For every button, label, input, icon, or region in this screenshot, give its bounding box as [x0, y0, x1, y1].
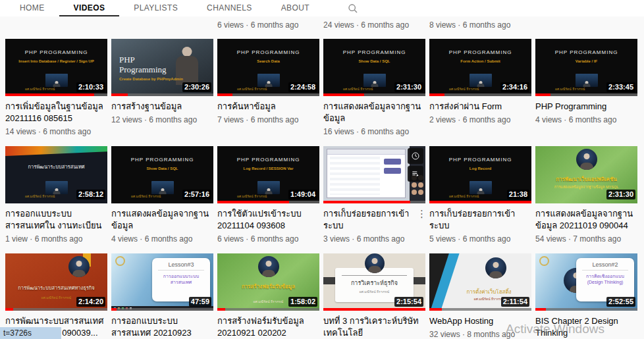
progress-fill: [111, 308, 117, 311]
video-card[interactable]: PHP PROGRAMMINGSearch Dataผศ.มณีรัตน์ ธี…: [217, 39, 319, 137]
thumbnail-subtitle: Log Record / SESSION Var: [217, 167, 319, 170]
tab-videos-label: VIDEOS: [74, 3, 105, 13]
duration-badge: 2:15:54: [394, 297, 423, 307]
presenter-video-frame: [363, 74, 386, 87]
video-title[interactable]: การออกแบบระบบสารสนเทศใน งานทะเบียน: [5, 208, 107, 232]
video-thumbnail[interactable]: การตั้งค่าเว็บโฮสติ้งผศ.มณีรัตน์ ธีราภรณ…: [429, 253, 531, 311]
video-card[interactable]: PHP PROGRAMMINGVariable / IFผศ.มณีรัตน์ …: [535, 39, 637, 137]
video-card[interactable]: การเก็บร่อยรอยการเข้าระบบ⋮3 views · 6 mo…: [323, 146, 425, 244]
video-title[interactable]: การค้นหาข้อมูล: [217, 101, 319, 113]
search-icon[interactable]: [348, 0, 358, 16]
video-title[interactable]: การออกแบบระบบสารสนเทศ 20210923: [111, 315, 213, 339]
video-thumbnail[interactable]: PHP ProgrammingCreate Database by PHPmyA…: [111, 39, 213, 96]
video-card[interactable]: PHP PROGRAMMINGShow Data / SQLผศ.มณีรัตน…: [323, 39, 425, 137]
video-thumbnail[interactable]: PHP PROGRAMMINGInsert Into Database / Re…: [5, 39, 107, 96]
tab-videos[interactable]: VIDEOS: [59, 0, 120, 16]
presenter-avatar: [68, 256, 90, 277]
video-title[interactable]: การเก็บร่อยรอยการเข้าระบบ: [323, 208, 417, 232]
video-card[interactable]: Lesson#2การคิดเชิงออกแบบ (Design Thinkin…: [535, 253, 637, 339]
video-title[interactable]: BIS Chapter 2 Design Thinking: [535, 315, 637, 339]
thumbnail-heading: PHP PROGRAMMING: [323, 49, 425, 55]
progress-fill: [535, 93, 550, 96]
video-title[interactable]: การสร้างฐานข้อมูล: [111, 101, 213, 113]
partial-previous-row: 6 views · 6 months ago 24 views · 6 mont…: [0, 16, 644, 39]
video-title[interactable]: การเก็บร่อยรอยการเข้าระบบ: [429, 208, 531, 232]
video-card[interactable]: การวิเคราะห์ธุรกิจผศ.มณีรัตน์ ธีราภรณ์2:…: [323, 253, 425, 339]
video-card[interactable]: PHP PROGRAMMINGShow Data / SQLผศ.มณีรัตน…: [111, 146, 213, 244]
video-info: บทที่ 3 การวิเคราะห์บริษัท เทคโนโลยี: [323, 315, 425, 339]
video-card[interactable]: การพัฒนาระบบสารสนเทศทางธุรกิจผศ.มณีรัตน์…: [5, 253, 107, 339]
video-thumbnail[interactable]: การสร้างฟอร์มรับข้อมูลผศ.มณีรัตน์ ธีราภร…: [217, 253, 319, 311]
progress-fill: [217, 308, 225, 311]
video-thumbnail[interactable]: PHP PROGRAMMINGShow Data / SQLผศ.มณีรัตน…: [323, 39, 425, 96]
tab-playlists[interactable]: PLAYLISTS: [119, 0, 192, 16]
thumbnail-heading: PHP PROGRAMMING: [217, 157, 319, 163]
duration-badge: 2:52:55: [606, 297, 635, 307]
presenter-video-frame: [470, 74, 492, 87]
presenter-caption: ผศ.มณีรัตน์ ธีราภรณ์: [335, 289, 414, 294]
video-title[interactable]: การเพิ่มข้อมูลในฐานข้อมูล 20211116 08561…: [5, 101, 107, 124]
video-thumbnail[interactable]: การพัฒนาเว็บแอปพลิเคชันการแสดงผลข้อมูลจา…: [535, 146, 637, 203]
video-title[interactable]: PHP Programming: [535, 101, 637, 113]
progress-bar: [111, 308, 213, 311]
video-card[interactable]: Lesson#3การออกแบบระบบ สารสนเทศ47:59การออ…: [111, 253, 213, 339]
presenter-caption: ผศ.มณีรัตน์ ธีราภรณ์: [237, 86, 267, 91]
video-thumbnail[interactable]: Lesson#3การออกแบบระบบ สารสนเทศ47:59: [111, 253, 213, 311]
video-title[interactable]: บทที่ 3 การวิเคราะห์บริษัท เทคโนโลยี: [323, 315, 425, 339]
tab-home[interactable]: HOME: [5, 0, 59, 16]
video-card[interactable]: PHP ProgrammingCreate Database by PHPmyA…: [111, 39, 213, 137]
progress-bar: [111, 93, 213, 96]
video-thumbnail[interactable]: การพัฒนาระบบสารสนเทศผศ.มณีรัตน์ ธีราภรณ์…: [5, 146, 107, 203]
app-window: [327, 149, 406, 198]
video-card[interactable]: PHP PROGRAMMINGLog Record / SESSION Varผ…: [217, 146, 319, 244]
video-meta: 6 views · 6 months ago: [217, 234, 319, 244]
video-thumbnail[interactable]: [323, 146, 425, 203]
video-title[interactable]: การแสดงผลข้อมูลจากฐานข้อมูล: [111, 208, 213, 232]
video-title[interactable]: การใช้ตัวแปรเข้าระบบ 20211104 093608 Mee…: [217, 208, 319, 232]
video-title[interactable]: การสร้างฟอร์มรับข้อมูล 20210921 020202: [217, 315, 319, 339]
tab-about[interactable]: ABOUT: [267, 0, 324, 16]
tab-about-label: ABOUT: [281, 3, 309, 13]
lesson-card-text: การคิดเชิงออกแบบ (Design Thinking): [576, 273, 634, 285]
thumbnail-subtitle: Insert Into Database / Register / Sign U…: [5, 59, 107, 63]
watch-later-button[interactable]: [408, 148, 423, 164]
duration-badge: 21:38: [507, 190, 529, 199]
video-thumbnail[interactable]: PHP PROGRAMMINGSearch Dataผศ.มณีรัตน์ ธี…: [217, 39, 319, 96]
video-card[interactable]: การพัฒนาระบบสารสนเทศผศ.มณีรัตน์ ธีราภรณ์…: [5, 146, 107, 244]
video-thumbnail[interactable]: PHP PROGRAMMINGLog Record / SESSION Varผ…: [217, 146, 319, 203]
add-to-queue-button[interactable]: [408, 166, 423, 182]
video-thumbnail[interactable]: การพัฒนาระบบสารสนเทศทางธุรกิจผศ.มณีรัตน์…: [5, 253, 107, 311]
video-card[interactable]: PHP PROGRAMMINGInsert Into Database / Re…: [5, 39, 107, 137]
tab-playlists-label: PLAYLISTS: [134, 3, 178, 13]
thumbnail-heading: การพัฒนาระบบสารสนเทศ: [5, 163, 107, 170]
video-info: การแสดงผลข้อมูลจากฐานข้อมูล: [323, 101, 425, 124]
video-title[interactable]: การแสดงผลข้อมูลจากฐานข้อมูล 20211019 090…: [535, 208, 637, 232]
video-card[interactable]: การพัฒนาเว็บแอปพลิเคชันการแสดงผลข้อมูลจา…: [535, 146, 637, 244]
video-card[interactable]: PHP PROGRAMMINGForm Action / Submitผศ.มณ…: [429, 39, 531, 137]
video-thumbnail[interactable]: Lesson#2การคิดเชิงออกแบบ (Design Thinkin…: [535, 253, 637, 311]
video-thumbnail[interactable]: PHP PROGRAMMINGLog Recordผศ.มณีรัตน์ ธีร…: [429, 146, 531, 203]
tab-channels[interactable]: CHANNELS: [192, 0, 267, 16]
video-thumbnail[interactable]: PHP PROGRAMMINGVariable / IFผศ.มณีรัตน์ …: [535, 39, 637, 96]
progress-bar: [429, 201, 531, 203]
thumbnail-heading: การวิเคราะห์ธุรกิจ: [335, 278, 414, 288]
thumbnail-heading: PHP PROGRAMMING: [5, 49, 107, 55]
video-info: การสร้างฐานข้อมูล: [111, 101, 213, 113]
presenter-caption: ผศ.มณีรัตน์ ธีราภรณ์: [131, 194, 161, 199]
video-meta-partial: 8 views · 6 months ago: [429, 20, 510, 30]
video-title[interactable]: การแสดงผลข้อมูลจากฐานข้อมูล: [323, 101, 425, 124]
video-title[interactable]: WebApp Hosting: [429, 315, 531, 327]
video-thumbnail[interactable]: PHP PROGRAMMINGShow Data / SQLผศ.มณีรัตน…: [111, 146, 213, 203]
more-options-button[interactable]: ⋮: [417, 208, 425, 232]
video-title[interactable]: การส่งค่าผ่าน Form: [429, 101, 531, 113]
thumbnail-subtitle: Show Data / SQL: [323, 59, 425, 63]
video-card[interactable]: การตั้งค่าเว็บโฮสติ้งผศ.มณีรัตน์ ธีราภรณ…: [429, 253, 531, 339]
video-info: WebApp Hosting: [429, 315, 531, 327]
video-card[interactable]: PHP PROGRAMMINGLog Recordผศ.มณีรัตน์ ธีร…: [429, 146, 531, 244]
progress-bar: [535, 93, 637, 96]
video-thumbnail[interactable]: การวิเคราะห์ธุรกิจผศ.มณีรัตน์ ธีราภรณ์2:…: [323, 253, 425, 311]
video-thumbnail[interactable]: PHP PROGRAMMINGForm Action / Submitผศ.มณ…: [429, 39, 531, 96]
duration-badge: 2:30:26: [182, 82, 211, 92]
duration-badge: 1:49:04: [288, 190, 317, 199]
video-card[interactable]: การสร้างฟอร์มรับข้อมูลผศ.มณีรัตน์ ธีราภร…: [217, 253, 319, 339]
